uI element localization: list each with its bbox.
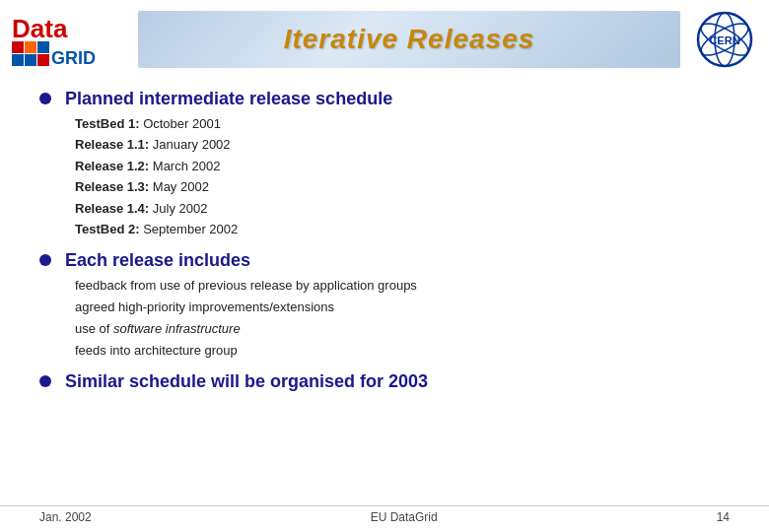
svg-rect-6 <box>37 54 49 66</box>
release-label-2: Release 1.1: <box>75 137 149 152</box>
section-content-3: Similar schedule will be organised for 2… <box>65 371 730 396</box>
sub-item-3: use of software infrastructure <box>75 318 730 340</box>
bullet-2 <box>39 254 51 266</box>
svg-rect-4 <box>12 54 24 66</box>
bullet-section-2: Each release includes feedback from use … <box>39 250 730 362</box>
section-title-3: Similar schedule will be organised for 2… <box>65 371 730 392</box>
release-value-1: October 2001 <box>143 116 221 131</box>
footer-right: 14 <box>717 510 730 524</box>
svg-rect-2 <box>25 41 36 53</box>
header: Data GRID Iterative Releases CERN <box>0 0 769 79</box>
section-title-1: Planned intermediate release schedule <box>65 89 730 109</box>
sub-list: feedback from use of previous release by… <box>65 275 730 362</box>
release-value-3: March 2002 <box>153 159 221 173</box>
logo-area: Data GRID <box>10 10 128 69</box>
bullet-3 <box>39 375 51 387</box>
section-content-1: Planned intermediate release schedule Te… <box>65 89 730 240</box>
footer-center: EU DataGrid <box>371 510 438 524</box>
footer: Jan. 2002 EU DataGrid 14 <box>0 505 769 524</box>
release-label-3: Release 1.2: <box>75 159 149 173</box>
cern-logo-area: CERN <box>690 11 759 68</box>
svg-rect-1 <box>12 41 24 53</box>
svg-text:CERN: CERN <box>709 34 739 46</box>
release-value-4: May 2002 <box>153 179 209 194</box>
release-value-6: September 2002 <box>143 222 238 236</box>
release-label-6: TestBed 2: <box>75 222 140 236</box>
section-title-2: Each release includes <box>65 250 730 271</box>
release-value-2: January 2002 <box>153 137 231 152</box>
section-content-2: Each release includes feedback from use … <box>65 250 730 362</box>
content: Planned intermediate release schedule Te… <box>0 79 769 396</box>
bullet-section-1: Planned intermediate release schedule Te… <box>39 89 730 240</box>
bullet-section-3: Similar schedule will be organised for 2… <box>39 371 730 396</box>
sub-item-4: feeds into architecture group <box>75 340 730 362</box>
release-item-4: Release 1.3: May 2002 <box>75 176 730 197</box>
release-item-5: Release 1.4: July 2002 <box>75 198 730 219</box>
release-item-1: TestBed 1: October 2001 <box>75 113 730 134</box>
title-banner: Iterative Releases <box>138 11 680 68</box>
italic-text: software infrastructure <box>113 321 241 336</box>
release-value-5: July 2002 <box>153 201 208 216</box>
release-list: TestBed 1: October 2001 Release 1.1: Jan… <box>65 113 730 240</box>
svg-text:GRID: GRID <box>51 48 96 68</box>
release-item-6: TestBed 2: September 2002 <box>75 219 730 239</box>
release-item-3: Release 1.2: March 2002 <box>75 156 730 176</box>
cern-logo: CERN <box>696 11 753 68</box>
svg-rect-3 <box>37 41 49 53</box>
page-title: Iterative Releases <box>284 24 535 55</box>
release-item-2: Release 1.1: January 2002 <box>75 134 730 155</box>
release-label-5: Release 1.4: <box>75 201 149 216</box>
svg-rect-5 <box>25 54 36 66</box>
bullet-1 <box>39 93 51 104</box>
datagrid-logo: Data GRID <box>10 10 99 69</box>
sub-item-2: agreed high-priority improvements/extens… <box>75 297 730 318</box>
release-label-1: TestBed 1: <box>75 116 140 131</box>
footer-left: Jan. 2002 <box>39 510 92 524</box>
release-label-4: Release 1.3: <box>75 179 149 194</box>
sub-item-1: feedback from use of previous release by… <box>75 275 730 297</box>
svg-text:Data: Data <box>12 14 68 43</box>
